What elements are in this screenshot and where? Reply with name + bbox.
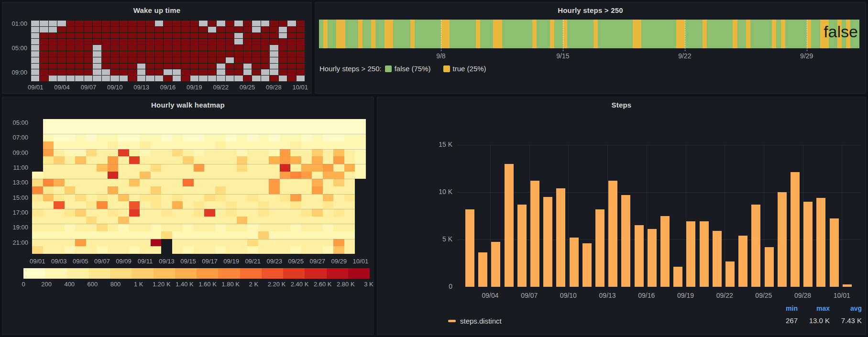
- heatmap-cell[interactable]: [140, 127, 151, 134]
- state-slice-false[interactable]: [463, 20, 467, 48]
- heatmap-cell[interactable]: [226, 224, 237, 231]
- wake-cell[interactable]: [252, 21, 260, 26]
- heatmap-cell[interactable]: [172, 224, 183, 231]
- heatmap-cell[interactable]: [161, 209, 172, 217]
- heatmap-cell[interactable]: [75, 224, 86, 231]
- heatmap-cell[interactable]: [140, 149, 151, 157]
- wake-cell[interactable]: [164, 51, 172, 57]
- heatmap-cell[interactable]: [75, 156, 86, 164]
- heatmap-cell[interactable]: [344, 239, 355, 247]
- wake-cell[interactable]: [84, 76, 92, 81]
- heatmap-cell[interactable]: [75, 209, 86, 217]
- wake-cell[interactable]: [243, 39, 252, 44]
- state-slice-false[interactable]: [672, 20, 676, 48]
- wake-cell[interactable]: [261, 45, 269, 51]
- heatmap-cell[interactable]: [247, 194, 258, 202]
- heatmap-cell[interactable]: [333, 149, 344, 157]
- heatmap-cell[interactable]: [183, 186, 194, 194]
- state-slice-false[interactable]: [815, 20, 820, 48]
- heatmap-cell[interactable]: [226, 209, 237, 217]
- heatmap-cell[interactable]: [194, 209, 205, 217]
- wake-cell[interactable]: [252, 51, 260, 57]
- bar[interactable]: [530, 181, 539, 287]
- wake-cell[interactable]: [208, 69, 216, 75]
- wake-cell[interactable]: [49, 33, 57, 39]
- wake-cell[interactable]: [243, 76, 252, 81]
- bar[interactable]: [517, 205, 527, 287]
- heatmap-cell[interactable]: [75, 141, 86, 149]
- heatmap-cell[interactable]: [151, 179, 162, 186]
- bar[interactable]: [843, 284, 852, 287]
- state-slice-false[interactable]: [724, 20, 728, 48]
- heatmap-cell[interactable]: [151, 224, 162, 231]
- wake-cell[interactable]: [128, 76, 136, 81]
- heatmap-cell[interactable]: [108, 201, 119, 209]
- wake-cell[interactable]: [217, 45, 225, 51]
- heatmap-cell[interactable]: [75, 134, 86, 141]
- heatmap-cell[interactable]: [129, 246, 140, 254]
- heatmap-cell[interactable]: [75, 164, 86, 172]
- heatmap-cell[interactable]: [333, 179, 344, 186]
- bar[interactable]: [635, 225, 644, 287]
- heatmap-cell[interactable]: [247, 127, 258, 134]
- heatmap-cell[interactable]: [312, 194, 323, 202]
- wake-cell[interactable]: [287, 69, 296, 75]
- state-slice-true[interactable]: [410, 20, 415, 48]
- wake-cell[interactable]: [217, 69, 225, 75]
- wake-cell[interactable]: [84, 45, 92, 51]
- heatmap-cell[interactable]: [280, 156, 291, 164]
- heatmap-cell[interactable]: [65, 156, 76, 164]
- wake-cell[interactable]: [146, 27, 154, 33]
- wake-cell[interactable]: [93, 33, 101, 39]
- wake-cell[interactable]: [66, 45, 75, 51]
- wake-cell[interactable]: [217, 64, 225, 69]
- heatmap-cell[interactable]: [43, 246, 54, 254]
- heatmap-cell[interactable]: [204, 134, 215, 141]
- heatmap-cell[interactable]: [194, 134, 205, 141]
- heatmap-cell[interactable]: [355, 149, 366, 157]
- heatmap-cell[interactable]: [32, 224, 43, 231]
- heatmap-cell[interactable]: [161, 172, 172, 179]
- heatmap-cell[interactable]: [65, 194, 76, 202]
- heatmap-cell[interactable]: [333, 164, 344, 172]
- heatmap-cell[interactable]: [323, 186, 334, 194]
- heatmap-cell[interactable]: [75, 172, 86, 179]
- wake-cell[interactable]: [252, 39, 260, 44]
- wake-cell[interactable]: [190, 45, 198, 51]
- heatmap-cell[interactable]: [118, 246, 129, 254]
- heatmap-cell[interactable]: [140, 246, 151, 254]
- wake-cell[interactable]: [137, 21, 145, 26]
- state-slice-false[interactable]: [472, 20, 476, 48]
- state-slice-false[interactable]: [585, 20, 589, 48]
- heatmap-cell[interactable]: [258, 141, 269, 149]
- state-slice-true[interactable]: [550, 20, 554, 48]
- heatmap-cell[interactable]: [355, 186, 366, 194]
- heatmap-cell[interactable]: [108, 186, 119, 194]
- heatmap-cell[interactable]: [32, 217, 43, 224]
- heatmap-cell[interactable]: [323, 127, 334, 134]
- state-slice-false[interactable]: [459, 20, 463, 48]
- heatmap-cell[interactable]: [301, 134, 312, 141]
- wake-cell[interactable]: [31, 69, 39, 75]
- bar[interactable]: [505, 164, 514, 287]
- heatmap-cell[interactable]: [97, 239, 108, 247]
- wake-cell[interactable]: [66, 51, 75, 57]
- heatmap-cell[interactable]: [129, 164, 140, 172]
- heatmap-cell[interactable]: [355, 246, 366, 254]
- heatmap-cell[interactable]: [161, 194, 172, 202]
- wake-cell[interactable]: [40, 45, 48, 51]
- wake-cell[interactable]: [164, 76, 172, 81]
- heatmap-cell[interactable]: [258, 119, 269, 127]
- heatmap-cell[interactable]: [65, 119, 76, 127]
- wake-cell[interactable]: [66, 64, 75, 69]
- state-slice-false[interactable]: [668, 20, 672, 48]
- heatmap-cell[interactable]: [75, 149, 86, 157]
- wake-cell[interactable]: [199, 33, 207, 39]
- wake-cell[interactable]: [110, 27, 119, 33]
- bar[interactable]: [791, 172, 800, 287]
- wake-cell[interactable]: [173, 39, 181, 44]
- wake-cell[interactable]: [128, 21, 136, 26]
- heatmap-cell[interactable]: [161, 164, 172, 172]
- heatmap-cell[interactable]: [215, 231, 226, 239]
- bar[interactable]: [765, 247, 774, 287]
